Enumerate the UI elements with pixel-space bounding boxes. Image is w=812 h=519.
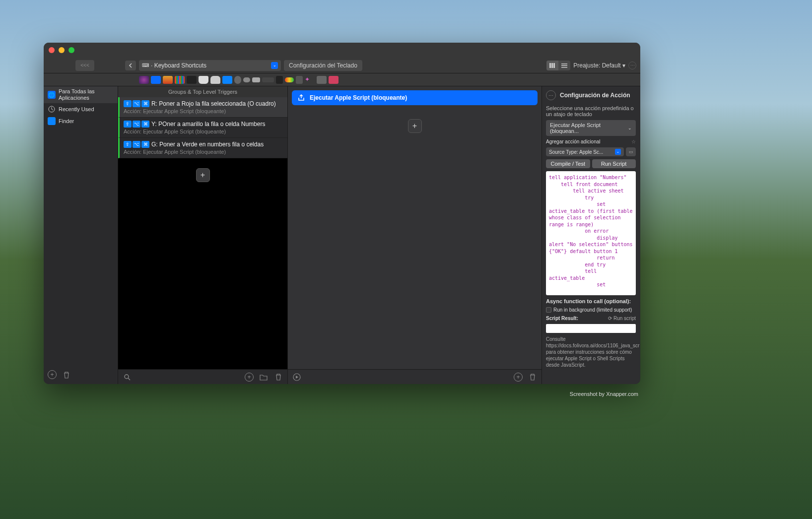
run-script-again-button[interactable]: ⟳ Run script [608, 316, 636, 321]
add-app-button[interactable]: + [48, 370, 57, 379]
maximize-window-button[interactable] [68, 47, 74, 53]
trigger-title: G: Poner a Verde en numbers fila o celda… [151, 141, 264, 148]
column-view-button[interactable] [546, 61, 558, 70]
device-icon-5[interactable] [187, 76, 197, 84]
device-icon-10[interactable] [243, 77, 250, 82]
list-view-button[interactable] [558, 61, 570, 70]
preset-label[interactable]: Preajuste: Default ▾ [573, 62, 625, 69]
script-result-label: Script Result: [546, 316, 578, 321]
keyboard-icon: ⌨ [142, 63, 149, 68]
sidebar-item-finder[interactable]: Finder [44, 115, 118, 127]
svg-rect-2 [553, 63, 555, 68]
action-select-dropdown[interactable]: Ejecutar Apple Script (bloquean... ⌄ [546, 120, 636, 136]
device-icon-11[interactable] [252, 77, 260, 82]
search-button[interactable] [122, 372, 132, 382]
favorite-icon[interactable]: ☆ [631, 139, 636, 144]
delete-trigger-button[interactable] [273, 372, 283, 382]
center-body: + [288, 109, 541, 369]
minimize-window-button[interactable] [59, 47, 65, 53]
sidebar-item-all-apps[interactable]: 🌐 Para Todas las Aplicaciones [44, 86, 118, 103]
trigger-type-dropdown[interactable]: ⌨ · Keyboard Shortcuts ⌄ [139, 60, 281, 71]
run-script-button[interactable]: Run Script [592, 159, 636, 168]
run-background-checkbox[interactable]: Run in background (limited support) [546, 307, 636, 313]
device-icon-13[interactable] [276, 76, 283, 84]
keyboard-config-button[interactable]: Configuración del Teclado [284, 60, 362, 71]
folder-button[interactable] [259, 372, 269, 382]
ellipsis-icon[interactable]: ⋯ [628, 62, 636, 69]
delete-center-button[interactable] [528, 372, 538, 382]
main-body: 🌐 Para Todas las Aplicaciones Recently U… [44, 86, 640, 384]
device-icon-9[interactable] [234, 76, 241, 84]
watermark: Screenshot by Xnapper.com [570, 391, 638, 397]
delete-app-button[interactable] [62, 370, 71, 380]
checkbox-icon [546, 307, 551, 313]
device-icon-18[interactable] [329, 76, 338, 84]
device-icon-4[interactable] [175, 76, 185, 84]
trigger-item-1[interactable]: ⇧⌥⌘ Y: POner a amarillo la fila o celda … [118, 118, 287, 138]
add-group-button[interactable]: + [245, 373, 254, 382]
triggers-body: + [118, 158, 287, 369]
modifier-icons: ⇧⌥⌘ [124, 100, 149, 107]
clock-icon [48, 105, 56, 113]
script-editor[interactable]: tell application "Numbers" tell front do… [546, 171, 636, 295]
sidebar-item-recently-used[interactable]: Recently Used [44, 103, 118, 115]
dropdown-label: · Keyboard Shortcuts [151, 62, 206, 69]
device-icon-15[interactable] [296, 76, 303, 84]
source-type-dropdown[interactable]: Source Type: Apple Sc... ⌄ [546, 147, 624, 156]
sidebar-item-label: Finder [59, 118, 74, 125]
device-icon-8[interactable] [222, 76, 232, 84]
svg-point-7 [125, 375, 129, 379]
device-icon-1[interactable] [139, 76, 149, 84]
config-subtitle: Seleccione una acción predefinida o un a… [546, 105, 636, 117]
device-icon-3[interactable] [163, 76, 173, 84]
info-text: Consulte https://docs.folivora.ai/docs/1… [546, 336, 636, 368]
action-title: Ejecutar Apple Script (bloqueante) [310, 94, 407, 101]
trigger-item-2[interactable]: ⇧⌥⌘ G: Poner a Verde en numbers fila o c… [118, 138, 287, 158]
toolbar: <<< ⌨ · Keyboard Shortcuts ⌄ Configuraci… [44, 58, 640, 73]
add-action-button[interactable]: + [408, 119, 422, 133]
trigger-title: Y: POner a amarillo la fila o celda Numb… [151, 121, 265, 128]
share-icon [297, 93, 306, 102]
gear-icon: ⋯ [546, 90, 556, 100]
compile-test-button[interactable]: Compile / Test [546, 159, 590, 168]
trigger-subtitle: Acción: Ejecutar Apple Script (bloqueant… [124, 108, 283, 114]
chevron-down-icon: ⌄ [271, 62, 278, 69]
device-icon-12[interactable] [262, 77, 274, 82]
device-icon-6[interactable] [199, 76, 208, 84]
globe-icon: 🌐 [48, 91, 56, 99]
triggers-footer: + [118, 369, 287, 384]
svg-rect-3 [561, 64, 567, 65]
svg-rect-1 [551, 63, 553, 68]
chevron-down-icon: ⌄ [615, 149, 621, 155]
sidebar-footer: + [44, 366, 118, 384]
toolbar-back-button[interactable] [125, 61, 136, 70]
device-icon-17[interactable] [317, 76, 327, 84]
close-window-button[interactable] [49, 47, 55, 53]
expand-editor-button[interactable]: ▭ [626, 147, 636, 156]
device-icon-row: ✦ [44, 73, 640, 86]
svg-rect-0 [549, 63, 551, 68]
device-icon-16[interactable]: ✦ [305, 76, 315, 84]
config-header: ⋯ Configuración de Acción [546, 90, 636, 100]
modifier-icons: ⇧⌥⌘ [124, 121, 149, 128]
trigger-subtitle: Acción: Ejecutar Apple Script (bloqueant… [124, 129, 283, 134]
config-title: Configuración de Acción [560, 92, 630, 99]
center-footer: + [288, 369, 541, 384]
sidebar-back-button[interactable]: <<< [75, 60, 94, 71]
config-panel: ⋯ Configuración de Acción Seleccione una… [542, 86, 640, 384]
center-panel: Ejecutar Apple Script (bloqueante) + + [288, 86, 542, 384]
device-icon-7[interactable] [210, 76, 220, 84]
add-center-button[interactable]: + [514, 373, 523, 382]
device-icon-2[interactable] [151, 76, 161, 84]
play-button[interactable] [292, 372, 302, 382]
device-icon-14[interactable] [285, 77, 294, 82]
add-trigger-button[interactable]: + [196, 168, 210, 182]
action-pill[interactable]: Ejecutar Apple Script (bloqueante) [292, 90, 538, 105]
view-mode-segment[interactable] [546, 61, 570, 70]
modifier-icons: ⇧⌥⌘ [124, 141, 149, 148]
trigger-item-0[interactable]: ⇧⌥⌘ R: Poner a Rojo la fila seleccionada… [118, 97, 287, 118]
async-function-label: Async function to call (optional): [546, 298, 636, 304]
sidebar: 🌐 Para Todas las Aplicaciones Recently U… [44, 86, 118, 384]
svg-line-8 [128, 378, 130, 380]
add-additional-action-button[interactable]: Agregar acción adicional [546, 139, 601, 144]
